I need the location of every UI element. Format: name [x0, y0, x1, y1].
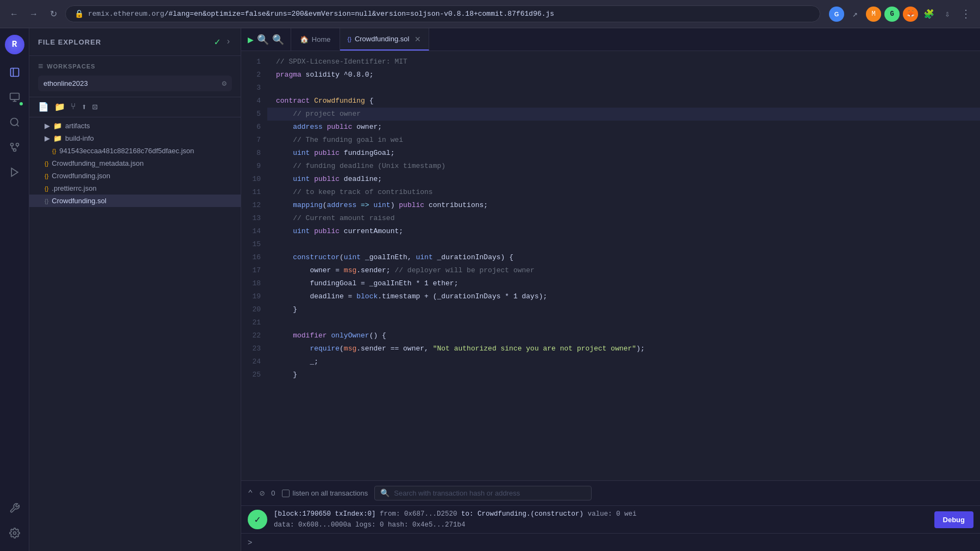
run-icon[interactable]: ▶ — [248, 34, 254, 46]
file-crowdfunding-json[interactable]: {} Crowdfunding.json — [29, 170, 241, 182]
ext-puzzle[interactable]: 🧩 — [921, 7, 937, 22]
file-label-hash: 941543eccaa481c882168c76df5dfaec.json — [59, 147, 194, 155]
code-line-6: address public owner; — [267, 121, 980, 134]
sidebar-item-search[interactable] — [3, 111, 26, 134]
refresh-button[interactable]: ↻ — [46, 7, 61, 22]
ext-menu[interactable]: ⋮ — [958, 7, 973, 22]
code-line-14: uint public currentAmount; — [267, 225, 980, 238]
code-editor[interactable]: 1 2 3 4 5 6 7 8 9 10 11 12 13 14 15 16 1… — [241, 51, 980, 480]
file-crowdfunding-sol[interactable]: {} Crowdfunding.sol — [29, 195, 241, 207]
listen-label: listen on all transactions — [293, 489, 368, 497]
zoom-out-icon[interactable]: 🔍 — [257, 34, 269, 46]
search-container[interactable]: 🔍 Search with transaction hash or addres… — [374, 486, 592, 500]
forward-button[interactable]: → — [26, 7, 41, 22]
file-prettierrc[interactable]: {} .prettierrc.json — [29, 182, 241, 195]
ln-4: 4 — [241, 95, 261, 108]
zoom-in-icon[interactable]: 🔍 — [272, 34, 284, 46]
new-file-icon[interactable]: 📄 — [38, 102, 49, 112]
back-button[interactable]: ← — [7, 7, 22, 22]
code-line-16: constructor ( uint _goalInEth , uint _du… — [267, 251, 980, 264]
tab-close-button[interactable]: ✕ — [414, 35, 421, 43]
app-container: R — [0, 28, 980, 551]
new-folder-icon[interactable]: 📁 — [54, 102, 65, 112]
ext-metamask[interactable]: M — [866, 7, 881, 22]
ln-16: 16 — [241, 251, 261, 264]
listen-checkbox[interactable] — [282, 490, 290, 497]
ext-google[interactable]: G — [829, 7, 844, 22]
bottom-panel: ⌃ ⊘ 0 listen on all transactions 🔍 Searc… — [241, 480, 980, 551]
folder-chevron: ▶ — [45, 134, 50, 142]
upload-icon[interactable]: ⬆ — [81, 102, 87, 112]
ln-21: 21 — [241, 316, 261, 329]
code-line-3 — [267, 82, 980, 95]
ln-18: 18 — [241, 277, 261, 290]
tab-home-label: Home — [312, 35, 331, 43]
sidebar-item-files[interactable] — [3, 61, 26, 84]
sol-file-icon: {} — [348, 36, 351, 42]
listen-checkbox-container[interactable]: listen on all transactions — [282, 489, 368, 497]
ln-3: 3 — [241, 82, 261, 95]
tab-nav-icons: ▶ 🔍 🔍 — [241, 28, 291, 51]
code-line-23: require ( msg .sender == owner, "Not aut… — [267, 342, 980, 355]
stop-icon[interactable]: ⊘ — [260, 488, 265, 499]
search-placeholder: Search with transaction hash or address — [394, 489, 520, 497]
icon-sidebar: R — [0, 28, 29, 551]
code-line-18: fundingGoal = _goalInEth * 1 ether; — [267, 277, 980, 290]
ln-23: 23 — [241, 342, 261, 355]
code-line-4: contract Crowdfunding { — [267, 95, 980, 108]
code-line-1: // SPDX-License-Identifier: MIT — [267, 55, 980, 68]
git-icon[interactable]: ⑂ — [71, 102, 76, 112]
code-content[interactable]: // SPDX-License-Identifier: MIT pragma s… — [267, 51, 980, 480]
ext-orange[interactable]: 🦊 — [903, 7, 918, 22]
home-icon: 🏠 — [300, 35, 309, 43]
clone-icon[interactable]: ⊡ — [92, 102, 98, 112]
tab-active-crowdfunding[interactable]: {} Crowdfunding.sol ✕ — [340, 28, 430, 51]
ln-2: 2 — [241, 68, 261, 82]
url-bar[interactable]: 🔒 remix.ethereum.org/#lang=en&optimize=f… — [65, 5, 820, 22]
svg-point-12 — [13, 532, 16, 535]
folder-icon: ▶ — [45, 122, 50, 130]
forward-icon[interactable]: › — [224, 36, 232, 48]
workspace-gear-icon[interactable]: ⚙ — [222, 79, 227, 88]
sidebar-item-plugins[interactable] — [3, 497, 26, 519]
file-explorer-title: FILE EXPLORER — [38, 38, 101, 46]
debug-button[interactable]: Debug — [934, 511, 973, 528]
file-explorer-panel: FILE EXPLORER ✓ › WORKSPACES ethonline20… — [29, 28, 241, 551]
tx-line2: data: 0x608...0000a logs: 0 hash: 0x4e5.… — [274, 519, 637, 530]
file-label-prettierrc: .prettierrc.json — [52, 184, 96, 192]
ln-24: 24 — [241, 355, 261, 368]
file-metadata-json[interactable]: {} Crowdfunding_metadata.json — [29, 157, 241, 170]
svg-rect-0 — [10, 68, 18, 77]
check-icon[interactable]: ✓ — [215, 36, 221, 48]
remix-logo[interactable]: R — [5, 35, 24, 54]
tab-home[interactable]: 🏠 Home — [291, 28, 340, 51]
folder-icon-artifacts: 📁 — [53, 122, 62, 130]
folder-buildinfo[interactable]: ▶ 📁 build-info — [29, 132, 241, 145]
ext-share[interactable]: ↗ — [847, 7, 863, 22]
code-line-2: pragma solidity ^0.8.0; — [267, 68, 980, 82]
sidebar-item-git[interactable] — [3, 136, 26, 159]
line-numbers: 1 2 3 4 5 6 7 8 9 10 11 12 13 14 15 16 1… — [241, 51, 267, 480]
collapse-icon[interactable]: ⌃ — [248, 488, 253, 499]
sidebar-item-contracts[interactable] — [3, 86, 26, 109]
ln-17: 17 — [241, 264, 261, 277]
workspace-selector[interactable]: ethonline2023 ⚙ — [38, 76, 232, 91]
tx-count: 0 — [271, 489, 275, 497]
code-line-5: // project owner — [267, 108, 980, 121]
file-label-cfunding-sol: Crowdfunding.sol — [52, 197, 106, 205]
ext-download[interactable]: ⇩ — [940, 7, 955, 22]
sidebar-item-compile[interactable] — [3, 161, 26, 184]
code-line-12: mapping ( address => uint ) public contr… — [267, 199, 980, 212]
ln-25: 25 — [241, 368, 261, 381]
file-icon-json4: {} — [45, 185, 48, 192]
file-hash-json[interactable]: {} 941543eccaa481c882168c76df5dfaec.json — [29, 145, 241, 157]
bottom-arrow[interactable]: > — [241, 533, 980, 551]
ln-7: 7 — [241, 134, 261, 147]
code-line-11: // to keep track of contributions — [267, 186, 980, 199]
sidebar-item-settings[interactable] — [3, 522, 26, 544]
bottom-toolbar: ⌃ ⊘ 0 listen on all transactions 🔍 Searc… — [241, 481, 980, 506]
ext-green[interactable]: G — [884, 7, 900, 22]
browser-chrome: ← → ↻ 🔒 remix.ethereum.org/#lang=en&opti… — [0, 0, 980, 28]
file-label-metadata: Crowdfunding_metadata.json — [52, 159, 143, 167]
folder-artifacts[interactable]: ▶ 📁 artifacts — [29, 120, 241, 132]
